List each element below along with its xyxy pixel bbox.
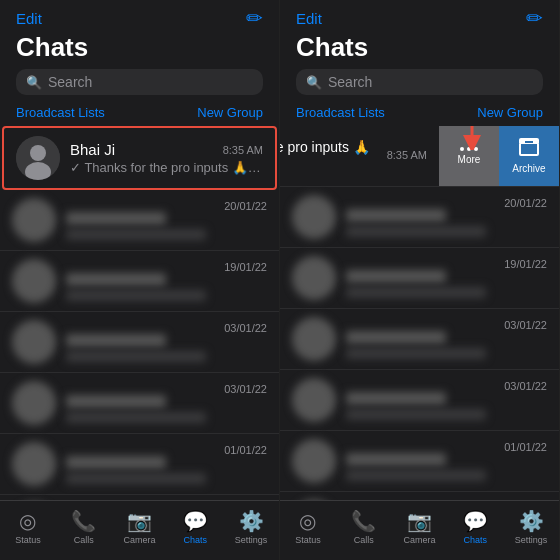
right-tab-chats[interactable]: 💬 Chats	[447, 509, 503, 545]
left-tab-bar: ◎ Status 📞 Calls 📷 Camera 💬 Chats ⚙️ Set…	[0, 500, 279, 560]
left-date-4: 03/01/22	[224, 383, 267, 395]
right-blurred-name-2	[346, 209, 446, 222]
left-blurred-msg-2	[66, 229, 206, 240]
right-avatar-6	[292, 439, 336, 483]
left-tab-camera[interactable]: 📷 Camera	[112, 509, 168, 545]
left-chat-content-bhai-ji: Bhai Ji 8:35 AM ✓ Thanks for the pro inp…	[70, 141, 263, 175]
right-blurred-msg-2	[346, 226, 486, 237]
right-edit-button[interactable]: Edit	[296, 10, 322, 27]
left-blurred-name-5	[66, 395, 166, 408]
right-tab-status[interactable]: ◎ Status	[280, 509, 336, 545]
right-blurred-name-3	[346, 270, 446, 283]
right-chats-label: Chats	[464, 535, 488, 545]
left-date-1: 20/01/22	[224, 200, 267, 212]
right-date-4: 03/01/22	[504, 380, 547, 392]
right-blurred-name-4	[346, 331, 446, 344]
right-search-bar[interactable]: 🔍 Search	[296, 69, 543, 95]
left-camera-icon: 📷	[127, 509, 152, 533]
right-tab-camera[interactable]: 📷 Camera	[392, 509, 448, 545]
right-camera-icon: 📷	[407, 509, 432, 533]
right-header: Edit ✏ Chats 🔍 Search Broadcast Lists Ne…	[280, 0, 559, 126]
left-settings-icon: ⚙️	[239, 509, 264, 533]
left-blurred-name-2	[66, 212, 166, 225]
left-search-placeholder: Search	[48, 74, 92, 90]
left-blurred-msg-3	[66, 290, 206, 301]
left-chat-item-2[interactable]: 20/01/22	[0, 190, 279, 251]
right-status-icon: ◎	[299, 509, 316, 533]
left-edit-button[interactable]: Edit	[16, 10, 42, 27]
right-chat-item-7[interactable]: 01/01/22	[280, 492, 559, 500]
left-settings-label: Settings	[235, 535, 268, 545]
right-chat-item-6[interactable]: 01/01/22	[280, 431, 559, 492]
right-date-5: 01/01/22	[504, 441, 547, 453]
left-avatar-3	[12, 259, 56, 303]
left-broadcast-lists[interactable]: Broadcast Lists	[16, 105, 105, 120]
left-blurred-name-4	[66, 334, 166, 347]
left-avatar-4	[12, 320, 56, 364]
right-compose-button[interactable]: ✏	[526, 6, 543, 30]
right-chat-item-4[interactable]: 03/01/22	[280, 309, 559, 370]
archive-icon	[518, 138, 540, 160]
right-broadcast-lists[interactable]: Broadcast Lists	[296, 105, 385, 120]
right-blurred-msg-4	[346, 348, 486, 359]
right-settings-label: Settings	[515, 535, 548, 545]
left-chat-item-5[interactable]: 03/01/22	[0, 373, 279, 434]
right-avatar-4	[292, 317, 336, 361]
left-avatar-2	[12, 198, 56, 242]
left-search-bar[interactable]: 🔍 Search	[16, 69, 263, 95]
right-blurred-msg-6	[346, 470, 486, 481]
red-arrow-indicator	[457, 126, 487, 154]
right-avatar-2	[292, 195, 336, 239]
left-chat-item-6[interactable]: 01/01/22	[0, 434, 279, 495]
left-header: Edit ✏ Chats 🔍 Search Broadcast Lists Ne…	[0, 0, 279, 126]
right-status-label: Status	[295, 535, 321, 545]
right-tab-settings[interactable]: ⚙️ Settings	[503, 509, 559, 545]
right-chat-item-5[interactable]: 03/01/22	[280, 370, 559, 431]
right-new-group[interactable]: New Group	[477, 105, 543, 120]
right-tab-calls[interactable]: 📞 Calls	[336, 509, 392, 545]
right-swipe-row: ks for the pro inputs 🙏 (GM) 8:35 AM Mor…	[280, 126, 559, 187]
left-tab-chats[interactable]: 💬 Chats	[167, 509, 223, 545]
right-archive-label: Archive	[512, 163, 545, 174]
right-more-label: More	[458, 154, 481, 165]
right-search-placeholder: Search	[328, 74, 372, 90]
left-date-5: 01/01/22	[224, 444, 267, 456]
right-date-2: 19/01/22	[504, 258, 547, 270]
left-tab-status[interactable]: ◎ Status	[0, 509, 56, 545]
right-date-1: 20/01/22	[504, 197, 547, 209]
left-chat-item-4[interactable]: 03/01/22	[0, 312, 279, 373]
left-blurred-msg-5	[66, 412, 206, 423]
left-blurred-name-6	[66, 456, 166, 469]
right-avatar-3	[292, 256, 336, 300]
right-chat-item-3[interactable]: 19/01/22	[280, 248, 559, 309]
right-blurred-msg-3	[346, 287, 486, 298]
left-chat-name-bhai-ji: Bhai Ji	[70, 141, 115, 158]
left-avatar-6	[12, 442, 56, 486]
right-chats-icon: 💬	[463, 509, 488, 533]
left-tab-settings[interactable]: ⚙️ Settings	[223, 509, 279, 545]
left-tab-calls[interactable]: 📞 Calls	[56, 509, 112, 545]
right-search-icon: 🔍	[306, 75, 322, 90]
left-chats-icon: 💬	[183, 509, 208, 533]
right-date-3: 03/01/22	[504, 319, 547, 331]
right-blurred-msg-5	[346, 409, 486, 420]
left-chat-item-bhai-ji[interactable]: Bhai Ji 8:35 AM ✓ Thanks for the pro inp…	[2, 126, 277, 190]
left-chat-item-3[interactable]: 19/01/22	[0, 251, 279, 312]
left-new-group[interactable]: New Group	[197, 105, 263, 120]
left-calls-label: Calls	[74, 535, 94, 545]
left-date-3: 03/01/22	[224, 322, 267, 334]
left-chat-preview-bhai-ji: ✓ Thanks for the pro inputs 🙏 (GM)	[70, 160, 263, 175]
right-avatar-5	[292, 378, 336, 422]
left-compose-button[interactable]: ✏	[246, 6, 263, 30]
right-chat-name: ks for the pro inputs 🙏 (GM)	[280, 139, 383, 171]
right-settings-icon: ⚙️	[519, 509, 544, 533]
right-calls-label: Calls	[354, 535, 374, 545]
right-chat-item-2[interactable]: 20/01/22	[280, 187, 559, 248]
left-date-2: 19/01/22	[224, 261, 267, 273]
left-calls-icon: 📞	[71, 509, 96, 533]
right-camera-label: Camera	[403, 535, 435, 545]
right-chat-time: 8:35 AM	[387, 149, 427, 161]
right-action-archive[interactable]: Archive	[499, 126, 559, 186]
left-status-label: Status	[15, 535, 41, 545]
right-panel: Edit ✏ Chats 🔍 Search Broadcast Lists Ne…	[280, 0, 560, 560]
